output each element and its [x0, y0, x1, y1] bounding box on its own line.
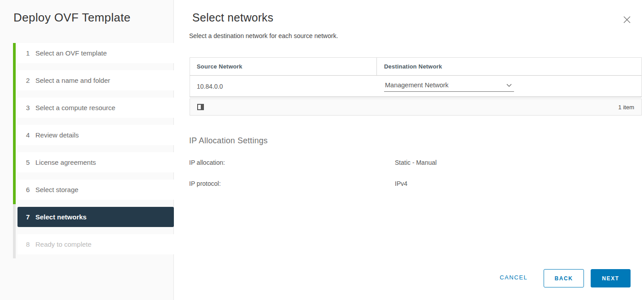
step-number: 4 [26, 131, 35, 139]
column-toggle-icon[interactable] [197, 104, 204, 110]
step-label: Select networks [35, 213, 86, 221]
step-number: 6 [26, 186, 35, 193]
step-select-networks-active[interactable]: 7 Select networks [17, 207, 174, 227]
back-button[interactable]: BACK [544, 269, 584, 287]
step-ready-to-complete: 8 Ready to complete [17, 234, 174, 254]
step-label: Select a compute resource [35, 104, 115, 111]
ip-protocol-value: IPv4 [395, 180, 407, 187]
step-label: Ready to complete [35, 240, 91, 248]
source-network-column-header: Source Network [190, 58, 376, 75]
step-select-ovf-template[interactable]: 1 Select an OVF template [17, 43, 174, 63]
progress-rail-remaining [13, 204, 16, 258]
selected-network-value: Management Network [385, 81, 449, 89]
table-row: 10.84.0.0 Management Network [190, 76, 642, 97]
step-select-name-folder[interactable]: 2 Select a name and folder [17, 70, 174, 90]
cancel-button[interactable]: CANCEL [500, 274, 527, 281]
ip-protocol-label: IP protocol: [189, 180, 221, 187]
close-icon[interactable] [623, 16, 631, 24]
page-subtitle: Select a destination network for each so… [189, 32, 338, 39]
chevron-down-icon [506, 83, 512, 87]
source-network-cell: 10.84.0.0 [190, 83, 376, 90]
ip-allocation-label: IP allocation: [189, 159, 225, 166]
column-header-label: Destination Network [384, 63, 442, 70]
step-license-agreements[interactable]: 5 License agreements [17, 152, 174, 172]
progress-rail-completed [13, 43, 16, 204]
next-button[interactable]: NEXT [591, 269, 631, 287]
wizard-sidebar: Deploy OVF Template 1 Select an OVF temp… [0, 0, 174, 300]
destination-network-column-header: Destination Network [376, 58, 641, 75]
step-label: License agreements [35, 159, 96, 166]
step-review-details[interactable]: 4 Review details [17, 125, 174, 145]
page-title: Select networks [192, 11, 273, 24]
network-mapping-table: Source Network Destination Network 10.84… [190, 57, 642, 116]
step-number: 3 [26, 104, 35, 111]
wizard-steps: 1 Select an OVF template 2 Select a name… [17, 43, 174, 261]
deploy-ovf-dialog: Deploy OVF Template 1 Select an OVF temp… [0, 0, 644, 300]
step-label: Select a name and folder [35, 77, 110, 84]
ip-allocation-value: Static - Manual [395, 159, 437, 166]
step-label: Select an OVF template [35, 49, 107, 57]
step-number: 7 [26, 213, 35, 221]
destination-network-select[interactable]: Management Network [384, 81, 514, 92]
step-number: 1 [26, 49, 35, 57]
table-header-row: Source Network Destination Network [190, 57, 642, 76]
step-label: Review details [35, 131, 79, 139]
dialog-title: Deploy OVF Template [13, 11, 130, 25]
destination-network-cell: Management Network [376, 81, 641, 92]
step-select-compute-resource[interactable]: 3 Select a compute resource [17, 98, 174, 118]
item-count: 1 item [618, 104, 634, 111]
step-number: 8 [26, 240, 35, 248]
step-label: Select storage [35, 186, 78, 193]
table-footer: 1 item [190, 99, 642, 116]
step-number: 5 [26, 159, 35, 166]
column-header-label: Source Network [197, 63, 242, 70]
step-select-storage[interactable]: 6 Select storage [17, 180, 174, 200]
ip-allocation-settings-heading: IP Allocation Settings [189, 136, 268, 146]
step-number: 2 [26, 77, 35, 84]
